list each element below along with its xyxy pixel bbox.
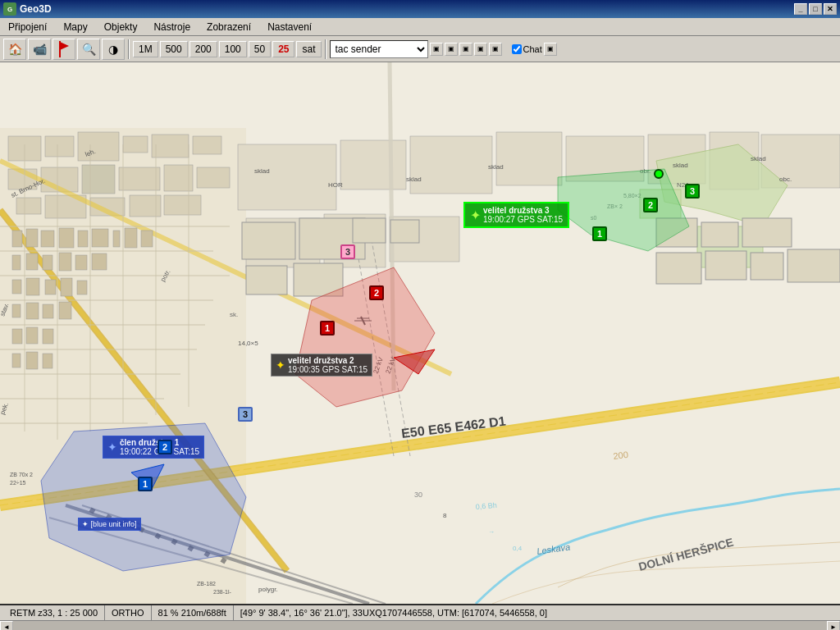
svg-text:sklad: sklad	[488, 163, 504, 171]
svg-rect-23	[410, 136, 492, 194]
svg-text:0,4: 0,4	[513, 545, 523, 552]
bottom-scrollbar: ◄ ►	[0, 620, 840, 630]
svg-rect-78	[41, 231, 54, 247]
svg-rect-77	[26, 229, 38, 247]
menu-mapy[interactable]: Mapy	[58, 20, 92, 34]
projection-text: RETM z33, 1 : 25 000	[10, 608, 98, 618]
menu-objekty[interactable]: Objekty	[99, 20, 143, 34]
svg-rect-85	[12, 255, 21, 270]
badge-red-1: 1	[320, 321, 335, 336]
blue-commander: ✦ člen družstva 1 19:00:22 GPS SAT:15	[103, 436, 204, 459]
scale-sat-button[interactable]: sat	[296, 41, 321, 57]
scroll-right-button[interactable]: ►	[827, 621, 840, 631]
checkbox-4[interactable]: ▣	[474, 43, 487, 56]
svg-rect-6	[78, 132, 119, 161]
chat-checkbox-container: Chat	[512, 44, 542, 54]
scale-1m-button[interactable]: 1M	[133, 41, 158, 57]
title-bar-left: G Geo3D	[3, 2, 52, 16]
svg-text:sklad: sklad	[254, 167, 270, 175]
svg-rect-103	[12, 354, 21, 368]
unit-marker-green-2: 2	[643, 198, 658, 212]
scale-100-button[interactable]: 100	[219, 41, 247, 57]
svg-rect-100	[12, 329, 22, 344]
flag-button[interactable]	[52, 39, 75, 60]
svg-rect-80	[78, 231, 88, 247]
svg-rect-83	[125, 228, 137, 248]
search-button[interactable]: 🔍	[77, 39, 100, 60]
svg-rect-110	[353, 218, 386, 243]
checkbox-5[interactable]: ▣	[489, 43, 502, 56]
scale-200-button[interactable]: 200	[189, 41, 217, 57]
svg-rect-104	[26, 352, 38, 369]
svg-rect-118	[788, 249, 840, 282]
unit-marker-red-2: 2	[369, 285, 384, 300]
svg-rect-108	[246, 266, 287, 294]
home-button[interactable]: 🏠	[3, 39, 26, 60]
status-view: ORTHO	[105, 605, 152, 620]
svg-text:238-1l-: 238-1l-	[213, 589, 231, 595]
chat-extra-checkbox[interactable]: ▣	[544, 43, 557, 56]
svg-rect-12	[82, 165, 115, 194]
svg-rect-8	[152, 135, 189, 158]
unit-marker-blue-3: 3	[238, 407, 253, 422]
unit-marker-green-1: 1	[592, 226, 607, 241]
scale-500-button[interactable]: 500	[160, 41, 188, 57]
menu-nastaveni[interactable]: Nastavení	[262, 20, 317, 34]
menu-zobrazeni[interactable]: Zobrazení	[202, 20, 256, 34]
svg-rect-79	[59, 228, 74, 248]
tac-sender-dropdown[interactable]: tac sender	[330, 40, 428, 58]
camera-button[interactable]: 📹	[28, 39, 51, 60]
checkbox-2[interactable]: ▣	[445, 43, 458, 56]
svg-rect-20	[164, 195, 201, 215]
svg-rect-81	[92, 229, 108, 247]
svg-rect-87	[43, 255, 52, 270]
svg-text:22÷15: 22÷15	[10, 480, 26, 486]
svg-rect-117	[751, 253, 783, 280]
zoom-text: 81 %	[158, 608, 179, 618]
green-commander: ✦ velitel družstva 3 19:00:27 GPS SAT:15	[463, 202, 569, 228]
contrast-button[interactable]: ◑	[102, 39, 125, 60]
red-commander-time: 19:00:35 GPS SAT:15	[288, 365, 368, 374]
menu-nastroje[interactable]: Nástroje	[148, 20, 195, 34]
svg-text:14,0×5: 14,0×5	[238, 340, 258, 347]
svg-rect-15	[197, 167, 230, 188]
badge-red-2: 2	[369, 285, 384, 300]
chat-checkbox[interactable]	[512, 44, 522, 54]
svg-rect-5	[45, 136, 74, 157]
svg-rect-116	[705, 251, 746, 280]
menu-pripojeni[interactable]: Připojení	[3, 20, 52, 34]
maximize-button[interactable]: □	[809, 3, 822, 15]
svg-rect-88	[59, 253, 71, 271]
close-button[interactable]: ✕	[824, 3, 837, 15]
chat-label: Chat	[523, 44, 542, 54]
toolbar: 🏠 📹 🔍 ◑ 1M 500 200 100 50 25 sat tac sen…	[0, 36, 840, 62]
svg-rect-24	[496, 132, 562, 185]
green-indicator	[654, 169, 664, 179]
svg-text:ZB 70x 2: ZB 70x 2	[10, 472, 33, 477]
scale-text: 210m/688ft	[181, 608, 226, 618]
badge-green-1: 1	[592, 226, 607, 241]
scale-25-button[interactable]: 25	[272, 41, 294, 57]
svg-rect-98	[43, 304, 53, 318]
app-icon: G	[3, 2, 16, 16]
scroll-left-button[interactable]: ◄	[0, 621, 13, 631]
status-coordinates: [49° 9' 38.4", 16° 36' 21.0"], 33UXQ1707…	[234, 605, 837, 620]
svg-line-52	[221, 559, 226, 562]
svg-rect-84	[141, 231, 153, 247]
unit-marker-green-3: 3	[685, 184, 700, 199]
scale-50-button[interactable]: 50	[249, 41, 271, 57]
checkbox-3[interactable]: ▣	[459, 43, 472, 56]
svg-rect-106	[242, 222, 295, 259]
svg-text:8: 8	[443, 512, 447, 519]
blue-extra-marker: ✦ [blue unit info]	[78, 518, 141, 531]
map-container[interactable]: 22 kV 22 kV	[0, 62, 840, 604]
scroll-track[interactable]	[13, 621, 827, 630]
svg-marker-1	[60, 42, 69, 50]
svg-text:obc.: obc.	[779, 176, 792, 183]
svg-rect-16	[16, 198, 41, 214]
svg-rect-91	[12, 280, 21, 294]
svg-text:sk.: sk.	[230, 311, 238, 318]
minimize-button[interactable]: _	[794, 3, 807, 15]
badge-green-3: 3	[685, 184, 700, 199]
checkbox-1[interactable]: ▣	[430, 43, 443, 56]
